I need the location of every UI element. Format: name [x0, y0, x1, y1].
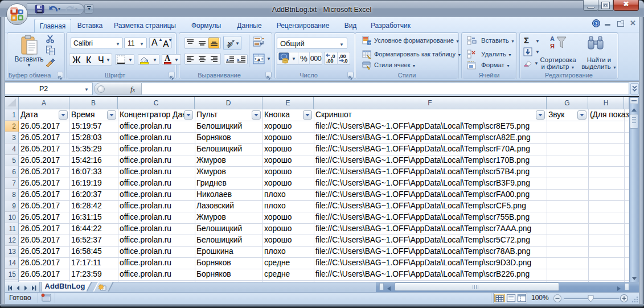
svg-text:,0: ,0: [343, 58, 348, 63]
svg-text:А: А: [550, 35, 555, 42]
svg-text:15: 15: [368, 42, 372, 45]
svg-text:,00: ,00: [326, 58, 334, 63]
svg-text:?: ?: [595, 21, 598, 27]
svg-text:a: a: [257, 56, 260, 62]
svg-text:Я: Я: [550, 43, 555, 50]
